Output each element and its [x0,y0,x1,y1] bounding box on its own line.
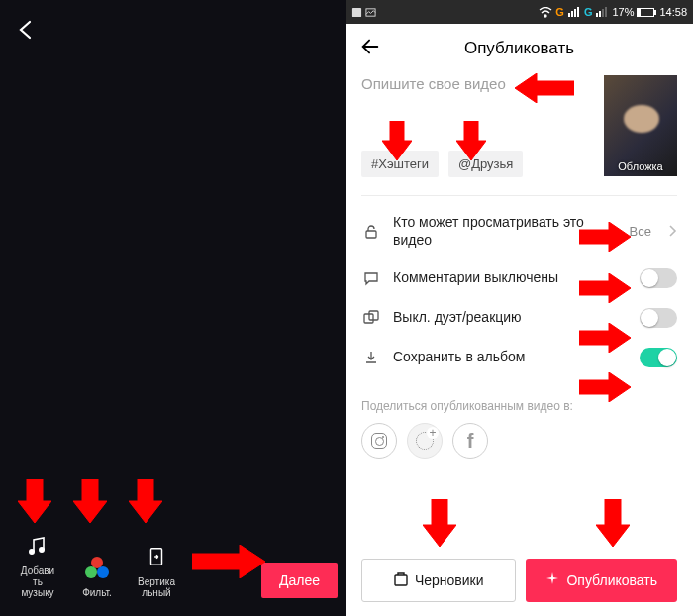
signal-icon [596,7,607,17]
image-icon [365,7,376,18]
hashtags-button[interactable]: #Хэштеги [361,151,439,177]
chevron-right-icon [667,223,677,241]
next-button[interactable]: Далее [261,563,338,598]
cover-label: Обложка [604,160,677,172]
compose-area: Опишите свое видео #Хэштеги @Друзья Обло… [346,69,693,191]
download-icon [361,350,381,365]
drafts-icon [393,571,409,590]
svg-marker-5 [129,479,162,523]
svg-marker-3 [18,479,51,523]
left-header [0,8,346,55]
save-row: Сохранить в альбом [361,338,677,377]
svg-point-9 [544,15,546,17]
vertical-icon [143,543,170,570]
tool-label: Фильт. [82,587,112,598]
filter-icon [83,554,111,581]
svg-rect-7 [352,7,361,16]
music-icon [24,532,51,560]
back-icon[interactable] [14,28,38,45]
share-facebook-button[interactable]: f [452,423,488,459]
svg-marker-4 [73,479,107,523]
comments-row: Комментарии выключены [361,258,677,298]
svg-point-0 [30,550,34,554]
svg-marker-21 [423,499,456,547]
button-label: Черновики [415,572,484,588]
instagram-icon [371,433,387,449]
network-g-icon: G [584,6,593,18]
svg-marker-22 [596,499,630,547]
duet-icon [361,310,381,326]
drafts-button[interactable]: Черновики [361,559,516,602]
svg-rect-13 [395,575,407,585]
sim-icon [351,7,362,18]
clock: 14:58 [659,6,687,18]
row-label: Кто может просматривать это видео [393,214,618,249]
lock-icon [361,224,381,240]
edit-screen: Добави ть музыку Фильт. Вертика льный Да… [0,0,346,616]
back-icon[interactable] [359,36,381,61]
row-label: Сохранить в альбом [393,349,628,366]
friends-button[interactable]: @Друзья [448,151,523,177]
share-section: Поделиться опубликованным видео в: f [346,385,693,468]
signal-icon [568,7,579,17]
edit-toolbar: Добави ть музыку Фильт. Вертика льный Да… [0,532,346,598]
add-music-button[interactable]: Добави ть музыку [8,532,67,598]
save-toggle[interactable] [640,348,677,367]
vertical-button[interactable]: Вертика льный [127,543,186,598]
story-plus-icon [416,432,434,450]
cover-button[interactable]: Обложка [604,75,677,176]
comment-icon [361,270,381,286]
network-g-icon: G [555,6,564,18]
svg-rect-10 [366,231,376,238]
privacy-value: Все [630,224,651,239]
status-bar: G G 17% 14:58 [346,0,693,24]
filter-button[interactable]: Фильт. [67,554,127,598]
svg-point-1 [40,548,44,552]
tool-label: Вертика льный [138,576,175,598]
duet-row: Выкл. дуэт/реакцию [361,298,677,338]
share-instagram-button[interactable] [361,423,397,459]
bottom-actions: Черновики Опубликовать [361,559,677,602]
publish-screen: G G 17% 14:58 Опубликовать Опишите свое … [346,0,693,616]
wifi-icon [539,7,552,18]
duet-toggle[interactable] [640,308,677,328]
battery-icon [637,8,656,17]
comments-toggle[interactable] [640,268,677,288]
publish-button[interactable]: Опубликовать [526,559,678,602]
row-label: Выкл. дуэт/реакцию [393,309,628,327]
battery-percent: 17% [612,6,634,18]
share-label: Поделиться опубликованным видео в: [361,399,677,413]
publish-settings: Кто может просматривать это видео Все Ко… [346,200,693,385]
button-label: Опубликовать [566,572,657,588]
row-label: Комментарии выключены [393,269,628,287]
publish-header: Опубликовать [346,24,693,69]
privacy-row[interactable]: Кто может просматривать это видео Все [361,204,677,258]
description-input[interactable]: Опишите свое видео [361,75,592,145]
facebook-icon: f [467,430,474,453]
tool-label: Добави ть музыку [21,565,54,598]
sparkle-icon [544,571,560,590]
status-bar [0,0,346,8]
page-title: Опубликовать [381,39,657,58]
share-story-button[interactable] [407,423,443,459]
